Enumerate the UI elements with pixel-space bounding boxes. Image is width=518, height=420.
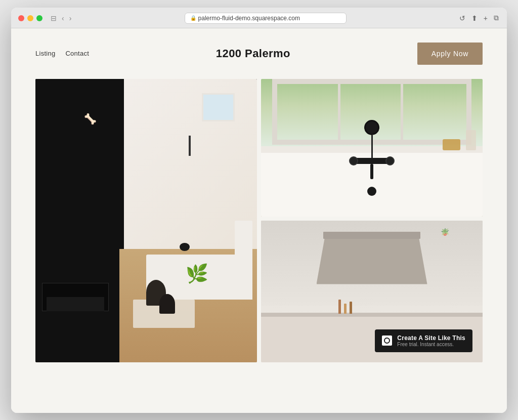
bathroom-image [261, 79, 483, 217]
skylight [202, 93, 235, 121]
image-grid: 🌿 🦴 [11, 79, 507, 387]
close-button[interactable] [18, 15, 24, 21]
pendant-wire-1 [189, 136, 191, 156]
site-title: 1200 Palermo [89, 47, 417, 60]
new-tab-button[interactable]: + [483, 13, 489, 23]
bottle-3 [350, 302, 352, 314]
faucet-bar [352, 158, 392, 164]
bottle-2 [344, 304, 347, 314]
address-bar[interactable]: 🔒 palermo-fluid-demo.squarespace.com [185, 13, 347, 24]
bath-loofah [466, 130, 476, 150]
faucet-handle-left [349, 156, 358, 165]
range-hood [317, 235, 427, 284]
address-bar-container: 🔒 palermo-fluid-demo.squarespace.com [77, 13, 453, 24]
hood-top [323, 232, 421, 239]
kitchen-image-container: 🪴 Create A Site Like This Free trial. In… [261, 221, 483, 362]
browser-actions: ↺ ⬆ + ⧉ [458, 13, 500, 23]
hanging-item: 🪴 [441, 228, 449, 236]
duplicate-button[interactable]: ⧉ [493, 13, 500, 23]
forward-button[interactable]: › [68, 15, 73, 22]
bath-window-pane-3 [403, 84, 466, 140]
squarespace-badge-text: Create A Site Like This Free trial. Inst… [397, 334, 465, 347]
squarespace-logo [382, 335, 392, 346]
browser-window: ⊟ ‹ › 🔒 palermo-fluid-demo.squarespace.c… [11, 8, 507, 413]
squarespace-logo-inner [384, 338, 390, 344]
faucet-assembly [352, 120, 392, 179]
bathroom-image-container [261, 79, 483, 217]
left-image-container: 🌿 🦴 [35, 79, 257, 366]
squarespace-badge-subtitle: Free trial. Instant access. [397, 342, 465, 347]
faucet-handle-right [385, 156, 395, 165]
stool-2 [159, 294, 175, 314]
sofa-back [235, 221, 252, 260]
listing-nav-link[interactable]: Listing [35, 50, 55, 57]
plant: 🌿 [186, 265, 208, 283]
black-wall [35, 79, 128, 362]
back-button[interactable]: ‹ [61, 15, 65, 22]
shower-head [364, 120, 379, 135]
share-button[interactable]: ⬆ [470, 13, 479, 23]
traffic-lights [18, 15, 42, 21]
site-header: Listing Contact 1200 Palermo Apply Now [11, 28, 507, 79]
bath-window-pane-1 [277, 84, 340, 140]
sidebar-toggle-button[interactable]: ⊟ [50, 15, 58, 22]
fireplace-shelf [47, 297, 104, 311]
lock-icon: 🔒 [190, 15, 196, 21]
right-images-container: 🪴 Create A Site Like This Free trial. In… [261, 79, 483, 362]
faucet-stem [371, 135, 373, 160]
minimize-button[interactable] [27, 15, 33, 21]
squarespace-badge-title: Create A Site Like This [397, 334, 465, 342]
bottle-1 [338, 300, 341, 314]
living-room-image: 🌿 🦴 [35, 79, 257, 362]
site-content: Listing Contact 1200 Palermo Apply Now [11, 28, 507, 413]
contact-nav-link[interactable]: Contact [65, 50, 89, 57]
squarespace-badge[interactable]: Create A Site Like This Free trial. Inst… [375, 329, 472, 352]
url-text: palermo-fluid-demo.squarespace.com [198, 15, 300, 22]
bath-sponge [443, 139, 460, 150]
faucet-spout [370, 164, 373, 179]
fullscreen-button[interactable] [36, 15, 42, 21]
counter-items [338, 300, 352, 314]
reload-button[interactable]: ↺ [458, 13, 466, 23]
tub-drain [367, 187, 376, 196]
living-room-scene: 🌿 🦴 [35, 79, 257, 362]
apply-now-button[interactable]: Apply Now [417, 43, 483, 65]
decorative-horns: 🦴 [84, 113, 97, 125]
browser-controls: ⊟ ‹ › [50, 15, 72, 22]
bath-scene [261, 79, 483, 217]
pendant-light-1 [180, 243, 190, 251]
nav-links: Listing Contact [35, 50, 89, 57]
browser-chrome: ⊟ ‹ › 🔒 palermo-fluid-demo.squarespace.c… [11, 8, 507, 28]
